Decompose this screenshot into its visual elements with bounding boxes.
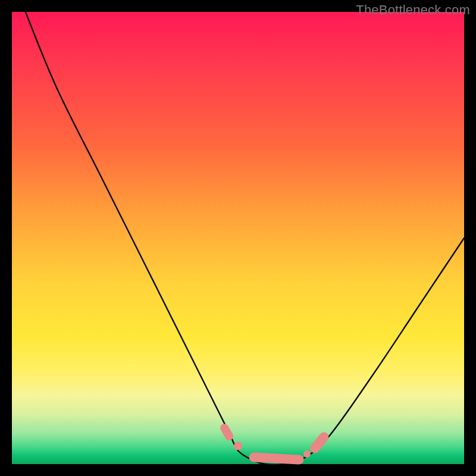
curve-marker bbox=[234, 442, 242, 450]
bottleneck-curve-path bbox=[26, 12, 464, 465]
curve-marker-capsule bbox=[310, 432, 328, 453]
curve-marker bbox=[303, 450, 311, 458]
curve-markers bbox=[220, 424, 328, 464]
chart-frame: TheBottleneck.com bbox=[0, 0, 476, 476]
curve-marker-capsule bbox=[220, 424, 233, 440]
curve-layer bbox=[12, 12, 464, 464]
